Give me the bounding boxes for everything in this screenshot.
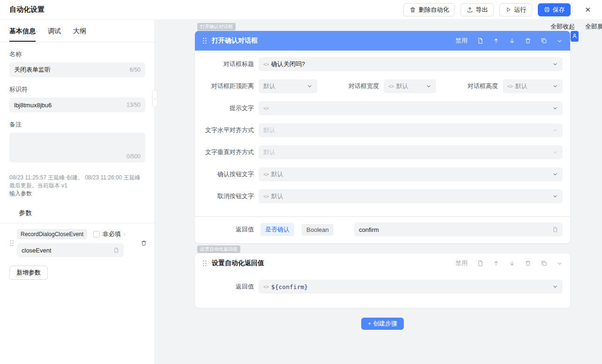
chevron-down-icon <box>552 61 558 67</box>
save-button[interactable]: 保存 <box>538 3 571 16</box>
insert-variable-icon[interactable] <box>552 227 558 232</box>
chevron-down-icon <box>307 83 312 89</box>
chevron-down-icon <box>552 105 558 111</box>
code-icon: <> <box>507 83 513 89</box>
cancel-button-text-row: 取消按钮文字 <> 默认 <box>202 189 563 203</box>
assistant-button[interactable] <box>571 31 579 42</box>
dialog-geometry-row: 对话框距顶距离 默认 对话框宽度 <> 默认 <box>202 79 563 93</box>
collapse-chevron-icon: ‹ <box>154 97 156 101</box>
content: 基本信息 调试 大纲 名称 关闭表单监听 6/50 标识符 lbj8tmux8j… <box>0 20 602 364</box>
export-icon <box>467 7 473 13</box>
step1-tag: 打开确认对话框 <box>197 23 236 30</box>
note-icon[interactable] <box>477 37 483 44</box>
run-button[interactable]: 运行 <box>499 3 532 16</box>
width-label: 对话框宽度 <box>349 82 379 90</box>
return-variable-input[interactable]: confirm <box>354 223 563 237</box>
code-icon: <> <box>263 61 268 67</box>
return-type-tag: Boolean <box>302 224 334 236</box>
note-group: 备注 0/500 <box>9 120 145 163</box>
tab-basic-info[interactable]: 基本信息 <box>9 22 36 42</box>
code-icon: <> <box>263 105 268 111</box>
width-value: 默认 <box>396 82 409 90</box>
insert-variable-icon[interactable] <box>113 247 119 253</box>
return-variable-value: confirm <box>359 226 379 233</box>
width-select[interactable]: <> 默认 <box>384 79 436 93</box>
export-button[interactable]: 导出 <box>461 3 494 16</box>
step1-header[interactable]: 打开确认对话框 禁用 <box>195 31 570 51</box>
horizontal-align-label: 文字水平对齐方式 <box>202 126 254 134</box>
height-group: 对话框高度 <> 默认 <box>468 79 563 93</box>
close-icon[interactable]: ✕ <box>583 5 593 15</box>
identifier-input[interactable]: lbj8tmux8jbu6 13/50 <box>9 97 145 112</box>
return-value-field[interactable]: <> ${confirm} <box>259 280 563 294</box>
top-offset-select[interactable]: 默认 <box>259 79 317 93</box>
optional-label: 非必填 <box>103 230 121 238</box>
height-select[interactable]: <> 默认 <box>503 79 563 93</box>
step-drag-handle-icon[interactable] <box>202 37 207 45</box>
tab-debug[interactable]: 调试 <box>48 22 61 42</box>
hint-text-row: 提示文字 <> <box>202 101 563 115</box>
return-name-tag: 是否确认 <box>260 223 294 236</box>
note-label: 备注 <box>9 120 145 129</box>
confirm-button-text-field[interactable]: <> 默认 <box>259 167 563 181</box>
cancel-button-text-field[interactable]: <> 默认 <box>259 189 563 203</box>
collapse-step-chevron-icon[interactable] <box>557 260 563 267</box>
move-up-icon[interactable] <box>493 37 499 44</box>
create-step-button[interactable]: + 创建步骤 <box>361 318 404 330</box>
meta-line-1: 08/23 11:25:57 王延峰 创建。 08/23 11:26:00 王延… <box>9 174 145 182</box>
name-input[interactable]: 关闭表单监听 6/50 <box>9 62 145 77</box>
copy-step-icon[interactable] <box>541 260 547 267</box>
param-name-input[interactable]: closeEvent <box>17 243 124 257</box>
height-value: 默认 <box>515 82 528 90</box>
cancel-button-text-label: 取消按钮文字 <box>202 192 254 201</box>
disable-step-button[interactable]: 禁用 <box>455 37 468 45</box>
dialog-title-label: 对话框标题 <box>202 60 254 68</box>
page-title: 自动化设置 <box>9 5 45 14</box>
step2-header[interactable]: 设置自动化返回值 禁用 <box>195 253 570 273</box>
step-drag-handle-icon[interactable] <box>202 260 207 267</box>
collapse-all-link[interactable]: 全部收起 <box>550 22 575 31</box>
move-up-icon[interactable] <box>493 260 499 267</box>
move-down-icon[interactable] <box>509 260 515 267</box>
optional-checkbox[interactable] <box>93 231 100 238</box>
disable-step-button[interactable]: 禁用 <box>455 259 468 267</box>
sidebar-collapse-handle[interactable]: ‹ <box>152 90 157 108</box>
return-label: 返回值 <box>202 282 254 291</box>
run-label: 运行 <box>514 6 526 14</box>
name-counter: 6/50 <box>130 67 141 73</box>
note-icon[interactable] <box>477 260 483 267</box>
top-offset-value: 默认 <box>263 82 275 90</box>
step2-title: 设置自动化返回值 <box>212 259 264 267</box>
return-value-expression: ${confirm} <box>271 283 308 290</box>
chevron-down-icon <box>426 83 431 89</box>
code-icon: <> <box>263 171 268 177</box>
delete-param-icon[interactable] <box>141 240 147 246</box>
expand-all-link[interactable]: 全部展开 <box>585 22 602 31</box>
export-label: 导出 <box>476 6 488 14</box>
name-group: 名称 关闭表单监听 6/50 <box>9 50 145 77</box>
param-sort-icon[interactable]: ↑ <box>123 232 126 237</box>
hint-text-field[interactable]: <> <box>259 101 563 115</box>
name-label: 名称 <box>9 50 145 59</box>
vertical-align-select: 默认 <box>259 145 563 159</box>
step2-tag: 设置自动化返回值 <box>197 245 240 253</box>
meta-info: 08/23 11:25:57 王延峰 创建。 08/23 11:26:00 王延… <box>9 174 145 198</box>
vertical-align-value: 默认 <box>263 148 275 156</box>
add-param-button[interactable]: 新增参数 <box>9 266 48 280</box>
horizontal-align-value: 默认 <box>263 126 275 134</box>
param-name-row: closeEvent <box>17 243 136 257</box>
tab-outline[interactable]: 大纲 <box>73 22 86 42</box>
dialog-title-row: 对话框标题 <> 确认关闭吗? <box>202 57 563 71</box>
delete-automation-button[interactable]: 删除自动化 <box>403 3 455 16</box>
collapse-step-chevron-icon[interactable] <box>557 38 563 44</box>
code-icon: <> <box>263 193 268 199</box>
delete-step-icon[interactable] <box>525 37 531 44</box>
dialog-title-field[interactable]: <> 确认关闭吗? <box>259 57 563 71</box>
note-textarea[interactable]: 0/500 <box>9 133 145 163</box>
drag-handle-icon[interactable] <box>9 239 14 247</box>
copy-step-icon[interactable] <box>541 37 547 44</box>
name-value: 关闭表单监听 <box>14 66 51 74</box>
delete-step-icon[interactable] <box>525 260 531 267</box>
sidebar-tabs: 基本信息 调试 大纲 <box>0 20 155 42</box>
move-down-icon[interactable] <box>509 37 515 44</box>
